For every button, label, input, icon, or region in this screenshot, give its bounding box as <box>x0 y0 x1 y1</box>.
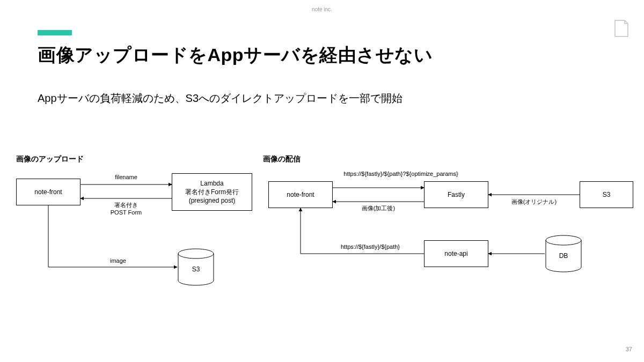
company-label: note inc. <box>0 6 644 12</box>
edge-signed-form: 署名付き POST Form <box>97 202 156 217</box>
edge-img-processed: 画像(加工後) <box>352 205 405 212</box>
edge-filename: filename <box>102 174 150 181</box>
edge-img-original: 画像(オリジナル) <box>499 198 569 206</box>
delivery-wires <box>263 154 639 315</box>
edge-image: image <box>97 257 140 265</box>
slide-subtitle: Appサーバの負荷軽減のため、S3へのダイレクトアップロードを一部で開始 <box>38 91 402 106</box>
diagram-delivery: 画像の配信 note-front Fastly S3 note-api DB <box>263 154 639 315</box>
page-number: 37 <box>626 346 632 352</box>
note-page-icon <box>614 19 629 38</box>
edge-req-opt: https://${fastly}/${path}?${optimize_par… <box>323 171 479 178</box>
edge-req-path: https://${fastly}/${path} <box>322 243 419 251</box>
slide-title: 画像アップロードをAppサーバを経由させない <box>38 43 433 68</box>
accent-bar <box>38 30 72 35</box>
diagram-upload: 画像のアップロード note-front Lambda 署名付きForm発行 (… <box>16 154 252 315</box>
